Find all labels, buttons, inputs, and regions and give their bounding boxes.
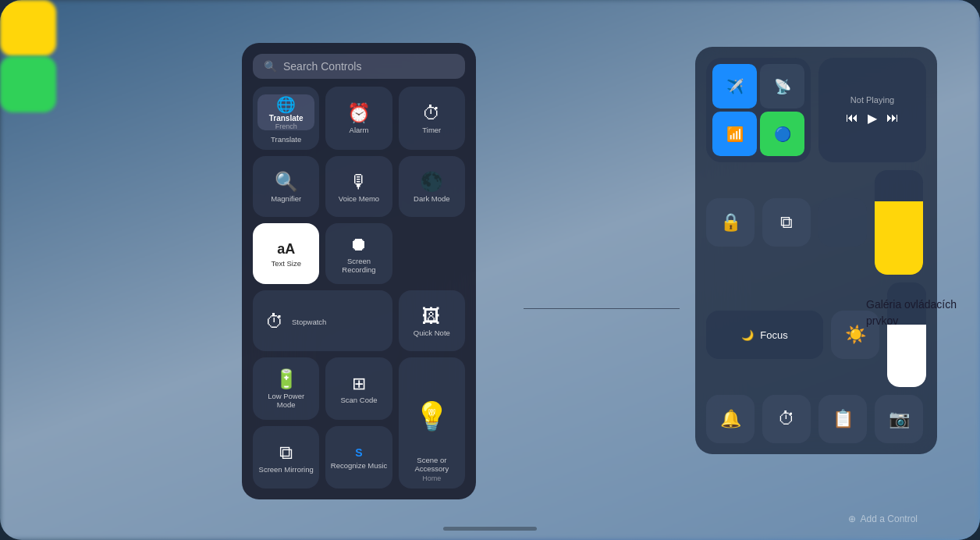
dark-mode-ctrl[interactable]: 🌑 Dark Mode (399, 156, 465, 217)
timer-label: Timer (422, 126, 441, 134)
cc-mid-row: 🔒 ⧉ (706, 170, 926, 275)
text-size-ctrl[interactable]: aA Text Size (253, 223, 319, 284)
alarm-label: Alarm (350, 126, 369, 134)
camera-icon: 📷 (889, 409, 910, 429)
mirror-icon: ⧉ (780, 212, 793, 233)
timer-ctrl[interactable]: ⏱ Timer (399, 87, 465, 150)
airplane-mode-btn[interactable]: ✈️ (712, 64, 757, 108)
controls-grid: 🌐 Translate French Translate ⏰ Alarm ⏱ T… (253, 87, 465, 488)
add-control-label: Add a Control (861, 513, 918, 524)
home-indicator (443, 527, 537, 531)
quick-note-icon: 🖼 (422, 307, 441, 325)
cc-bottom-row: 🔔 ⏱ 📋 📷 (706, 395, 926, 443)
bluetooth-btn[interactable]: 🔵 (760, 112, 804, 156)
translate-main-text: Translate (269, 114, 304, 123)
low-power-ctrl[interactable]: 🔋 Low Power Mode (253, 357, 319, 420)
empty-slot-1 (818, 198, 867, 247)
yellow-app-icon (0, 0, 56, 56)
quick-note-label: Quick Note (414, 329, 450, 337)
text-size-icon: aA (277, 242, 295, 256)
recognize-music-ctrl[interactable]: S Recognize Music (325, 426, 392, 488)
screen-mirroring-ctrl[interactable]: ⧉ Screen Mirroring (253, 426, 319, 488)
translate-ctrl[interactable]: 🌐 Translate French Translate (253, 87, 319, 150)
plus-circle-icon: ⊕ (848, 513, 856, 524)
search-controls-panel: 🔍 Search Controls 🌐 Translate French Tra… (242, 43, 476, 499)
moon-icon: 🌙 (741, 329, 754, 341)
screen-mirror-icon: ⧉ (279, 443, 293, 462)
scene-accessory-ctrl[interactable]: 💡 Scene or Accessory Home (399, 357, 465, 488)
ipad-background: ✈️ 📡 📶 🔵 Not Playing ⏮ ▶ ⏭ 🔒 ⧉ (0, 0, 980, 540)
dark-mode-icon: 🌑 (420, 172, 443, 191)
scan-code-ctrl[interactable]: ⊞ Scan Code (325, 357, 392, 420)
stopwatch-icon: ⏱ (265, 312, 284, 331)
recognize-music-label: Recognize Music (331, 461, 387, 470)
shazam-icon: S (355, 447, 362, 458)
scene-label: Scene or Accessory (403, 456, 460, 474)
screen-mirror-btn[interactable]: ⧉ (762, 198, 811, 247)
rewind-icon[interactable]: ⏮ (846, 111, 858, 126)
cellular-btn[interactable]: 📡 (760, 64, 804, 108)
magnifier-label: Magnifier (271, 194, 301, 203)
voice-memo-label: Voice Memo (339, 194, 379, 203)
stopwatch-ctrl[interactable]: ⏱ Stopwatch (253, 290, 392, 351)
screen-recording-ctrl[interactable]: ⏺ Screen Recording (325, 223, 392, 284)
cc-connectivity-block[interactable]: ✈️ 📡 📶 🔵 (706, 58, 811, 162)
media-controls: ⏮ ▶ ⏭ (846, 111, 899, 126)
low-power-label: Low Power Mode (257, 392, 314, 410)
lock-icon: 🔒 (720, 212, 741, 233)
translate-sub-text: French (275, 123, 297, 130)
scene-labels: Scene or Accessory Home (403, 456, 460, 483)
quick-note-ctrl[interactable]: 🖼 Quick Note (399, 290, 465, 351)
search-bar[interactable]: 🔍 Search Controls (253, 54, 465, 79)
magnifier-icon: 🔍 (275, 172, 298, 191)
translate-label: Translate (271, 135, 301, 144)
screen-time-btn[interactable]: ⏱ (762, 395, 811, 443)
magnifier-ctrl[interactable]: 🔍 Magnifier (253, 156, 319, 217)
screen-rec-label: Screen Recording (330, 257, 387, 275)
annotation-container (524, 308, 680, 309)
wifi-btn[interactable]: 📶 (712, 112, 757, 156)
annotation-line1: Galéria ovládacích (866, 297, 957, 313)
brightness-slider[interactable] (875, 170, 923, 275)
low-power-icon: 🔋 (275, 370, 298, 389)
now-playing-block[interactable]: Not Playing ⏮ ▶ ⏭ (818, 58, 926, 162)
search-bar-icon: 🔍 (264, 60, 277, 73)
add-control-area[interactable]: ⊕ Add a Control (848, 513, 918, 524)
scan-code-label: Scan Code (340, 396, 377, 404)
voice-memo-ctrl[interactable]: 🎙 Voice Memo (325, 156, 392, 217)
scene-icon: 💡 (414, 400, 449, 433)
screen-lock-btn[interactable]: 🔒 (706, 198, 755, 247)
dark-mode-label: Dark Mode (414, 194, 449, 203)
scene-sublabel: Home (422, 474, 441, 482)
screen-mirroring-label: Screen Mirroring (259, 465, 314, 474)
volume-fill (887, 325, 926, 387)
focus-label: Focus (760, 329, 787, 341)
fast-forward-icon[interactable]: ⏭ (886, 111, 899, 126)
green-app-icon (0, 56, 56, 112)
annotation-line (524, 308, 680, 309)
focus-btn[interactable]: 🌙 Focus (706, 311, 823, 359)
timer-icon: ⏱ (422, 104, 441, 123)
bell-icon: 🔔 (720, 409, 741, 429)
translate-icon: 🌐 (276, 95, 296, 114)
stopwatch-label: Stopwatch (292, 318, 326, 326)
brightness-fill (875, 201, 923, 275)
sun-icon: ☀️ (845, 325, 866, 345)
clock-icon: ⏱ (778, 409, 795, 429)
play-icon[interactable]: ▶ (868, 111, 877, 126)
alarm-ctrl[interactable]: ⏰ Alarm (325, 87, 392, 150)
text-size-label: Text Size (271, 259, 301, 268)
not-playing-label: Not Playing (850, 95, 894, 105)
notes-btn[interactable]: 📋 (818, 395, 867, 443)
camera-btn[interactable]: 📷 (875, 395, 923, 443)
scan-code-icon: ⊞ (352, 375, 366, 393)
annotation-text: Galéria ovládacích prvkov (866, 297, 957, 329)
translate-inner: 🌐 Translate French (257, 94, 314, 130)
note-icon: 📋 (833, 409, 854, 429)
cc-top-row: ✈️ 📡 📶 🔵 Not Playing ⏮ ▶ ⏭ (706, 58, 926, 162)
control-center-panel: ✈️ 📡 📶 🔵 Not Playing ⏮ ▶ ⏭ 🔒 ⧉ (695, 47, 937, 454)
annotation-line2: prvkov (866, 313, 957, 329)
search-placeholder: Search Controls (283, 60, 361, 73)
screen-rec-icon: ⏺ (350, 235, 368, 254)
notification-btn[interactable]: 🔔 (706, 395, 755, 443)
